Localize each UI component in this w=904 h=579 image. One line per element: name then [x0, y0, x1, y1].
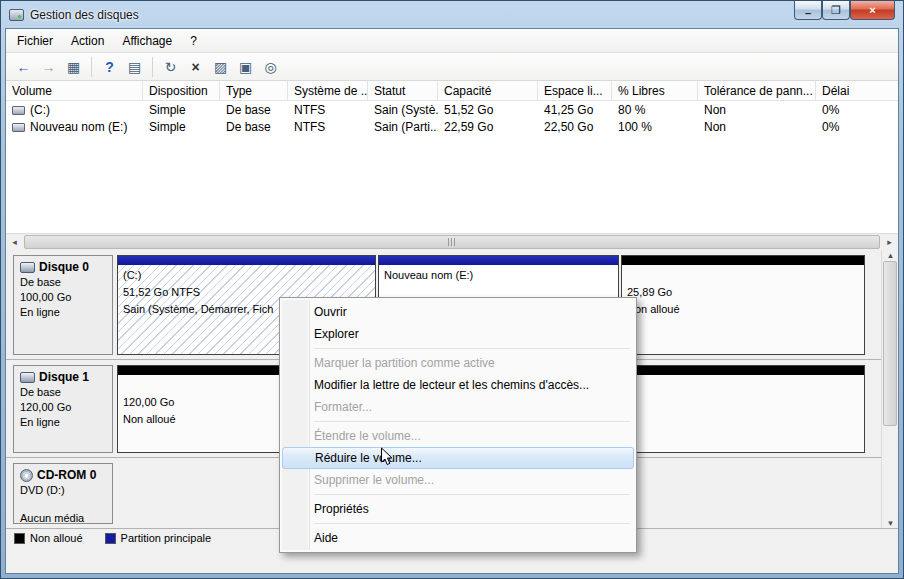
- column-header-type[interactable]: Type: [220, 81, 288, 100]
- titlebar[interactable]: Gestion des disques – ❐ ×: [1, 1, 903, 28]
- partition-status: Non alloué: [627, 301, 859, 318]
- disk-name: Disque 1: [39, 370, 89, 385]
- hard-disk-icon: [20, 262, 35, 273]
- disk-size: 120,00 Go: [20, 400, 106, 415]
- delete-icon[interactable]: ×: [184, 56, 207, 78]
- menu-item-modifier-lettre[interactable]: Modifier la lettre de lecteur et les che…: [282, 374, 634, 396]
- scroll-right-icon[interactable]: ▸: [881, 234, 898, 250]
- disk-info-disque1[interactable]: Disque 1 De base 120,00 Go En ligne: [13, 365, 113, 453]
- disk-type: DVD (D:): [20, 483, 106, 498]
- cell-type: De base: [220, 103, 288, 117]
- column-header-tolerance[interactable]: Tolérance de pann...: [698, 81, 816, 100]
- primary-partition-swatch: [105, 533, 116, 544]
- view-icon[interactable]: ◎: [259, 56, 282, 78]
- cell-disposition: Simple: [143, 120, 220, 134]
- mouse-cursor: [380, 447, 394, 467]
- action-pane-icon[interactable]: ▤: [123, 56, 146, 78]
- menu-aide[interactable]: ?: [181, 30, 206, 52]
- cell-espace-libre: 22,50 Go: [538, 120, 612, 134]
- legend-item-primary: Partition principale: [105, 532, 212, 544]
- column-header-statut[interactable]: Statut: [368, 81, 438, 100]
- minimize-icon: –: [805, 7, 811, 19]
- cell-delai: 0%: [816, 103, 898, 117]
- menu-item-reduire-volume[interactable]: Réduire le volume...: [282, 447, 634, 469]
- column-header-volume[interactable]: Volume: [6, 81, 143, 100]
- menu-item-proprietes[interactable]: Propriétés: [282, 498, 634, 520]
- context-menu: Ouvrir Explorer Marquer la partition com…: [279, 297, 637, 553]
- partition-label: Nouveau nom (E:): [384, 267, 613, 284]
- menu-affichage[interactable]: Affichage: [113, 30, 181, 52]
- volume-list-header: Volume Disposition Type Système de ... S…: [6, 81, 898, 101]
- column-header-espace-libre[interactable]: Espace li...: [538, 81, 612, 100]
- cell-capacite: 51,52 Go: [438, 103, 538, 117]
- window-controls: – ❐ ×: [794, 1, 895, 20]
- legend-label: Partition principale: [121, 532, 212, 544]
- column-header-disposition[interactable]: Disposition: [143, 81, 220, 100]
- legend-item-unallocated: Non alloué: [14, 532, 83, 544]
- cell-volume: (C:): [6, 103, 143, 117]
- menu-separator: [314, 348, 630, 349]
- menu-item-aide[interactable]: Aide: [282, 527, 634, 549]
- disk-management-window: Gestion des disques – ❐ × Fichier Action…: [0, 0, 904, 579]
- partition-color-band: [118, 256, 375, 265]
- scroll-left-icon[interactable]: ◂: [6, 234, 23, 250]
- hard-disk-icon: [20, 372, 35, 383]
- menu-item-explorer[interactable]: Explorer: [282, 323, 634, 345]
- volume-icon: [12, 123, 25, 132]
- toolbar-separator: [91, 57, 92, 77]
- forward-icon[interactable]: →: [37, 56, 60, 78]
- console-tree-icon[interactable]: ▦: [62, 56, 85, 78]
- column-header-filesystem[interactable]: Système de ...: [288, 81, 368, 100]
- back-icon[interactable]: ←: [12, 56, 35, 78]
- unallocated-swatch: [14, 533, 25, 544]
- menu-separator: [314, 494, 630, 495]
- cell-espace-libre: 41,25 Go: [538, 103, 612, 117]
- vertical-scrollbar[interactable]: ▴ ▾: [881, 250, 898, 528]
- scroll-up-icon[interactable]: ▴: [882, 250, 898, 260]
- scroll-grip: [448, 238, 457, 246]
- cell-volume: Nouveau nom (E:): [6, 120, 143, 134]
- disk-status: Aucun média: [20, 511, 106, 526]
- column-header-capacite[interactable]: Capacité: [438, 81, 538, 100]
- cell-capacite: 22,59 Go: [438, 120, 538, 134]
- partition-label: [627, 267, 859, 284]
- disk-info-disque0[interactable]: Disque 0 De base 100,00 Go En ligne: [13, 255, 113, 355]
- vertical-scroll-thumb[interactable]: [883, 261, 897, 426]
- menubar: Fichier Action Affichage ?: [6, 29, 898, 53]
- column-header-pct-libres[interactable]: % Libres: [612, 81, 698, 100]
- help-icon[interactable]: ?: [98, 56, 121, 78]
- scroll-down-icon[interactable]: ▾: [882, 518, 898, 528]
- toolbar-separator: [152, 57, 153, 77]
- cd-rom-icon: [20, 469, 33, 482]
- cell-pct-libres: 100 %: [612, 120, 698, 134]
- menu-item-marquer-partition-active: Marquer la partition comme active: [282, 352, 634, 374]
- minimize-button[interactable]: –: [794, 1, 822, 20]
- column-header-delai[interactable]: Délai: [816, 81, 898, 100]
- refresh-icon[interactable]: ↻: [159, 56, 182, 78]
- partition-color-band: [379, 256, 618, 265]
- horizontal-scrollbar[interactable]: ◂ ▸: [6, 233, 898, 250]
- cell-filesystem: NTFS: [288, 103, 368, 117]
- menu-action[interactable]: Action: [62, 30, 113, 52]
- partition-unallocated-disque0[interactable]: 25,89 Go Non alloué: [621, 255, 865, 355]
- table-row-volume-e[interactable]: Nouveau nom (E:) Simple De base NTFS Sai…: [6, 118, 898, 135]
- disk-type: De base: [20, 275, 106, 290]
- menu-item-etendre-volume: Étendre le volume...: [282, 425, 634, 447]
- partition-label: (C:): [123, 267, 370, 284]
- up-level-icon[interactable]: ▨: [209, 56, 232, 78]
- cell-tolerance: Non: [698, 120, 816, 134]
- menu-item-ouvrir[interactable]: Ouvrir: [282, 301, 634, 323]
- disk-info-cdrom0[interactable]: CD-ROM 0 DVD (D:) Aucun média: [13, 463, 113, 524]
- vertical-scroll-track[interactable]: [882, 427, 898, 518]
- disk-size: 100,00 Go: [20, 290, 106, 305]
- window-title: Gestion des disques: [30, 8, 139, 22]
- table-row-volume-c[interactable]: (C:) Simple De base NTFS Sain (Systè... …: [6, 101, 898, 118]
- close-button[interactable]: ×: [850, 1, 895, 20]
- cell-filesystem: NTFS: [288, 120, 368, 134]
- disk-status: En ligne: [20, 305, 106, 320]
- menu-fichier[interactable]: Fichier: [8, 30, 62, 52]
- disk-name: CD-ROM 0: [37, 468, 96, 483]
- maximize-button[interactable]: ❐: [822, 1, 850, 20]
- folder-icon[interactable]: ▣: [234, 56, 257, 78]
- horizontal-scroll-thumb[interactable]: [24, 235, 880, 249]
